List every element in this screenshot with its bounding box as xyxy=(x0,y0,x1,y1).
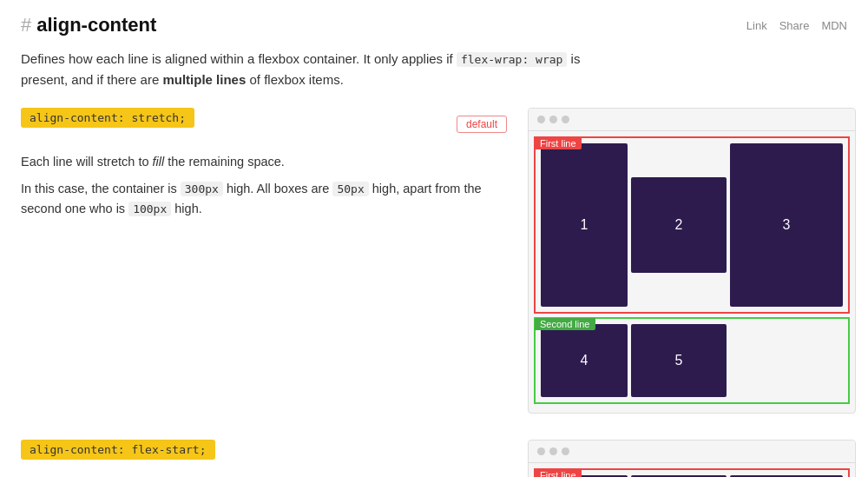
dot-2 xyxy=(549,116,557,123)
demo-inner-flexstart: First line 1 2 3 xyxy=(529,463,855,477)
explanation-stretch-2: In this case, the container is 300px hig… xyxy=(21,179,507,219)
demo-box-flexstart: First line 1 2 3 xyxy=(528,440,856,477)
demo-dots-2 xyxy=(529,441,855,463)
section-stretch-left: align-content: stretch; default Each lin… xyxy=(21,108,507,227)
section-flexstart: align-content: flex-start; Each line wil… xyxy=(21,440,847,477)
dot-2-1 xyxy=(537,447,545,455)
code-second: 100px xyxy=(128,202,171,216)
expl1-before: Each line will stretch to xyxy=(21,155,153,169)
dot-3 xyxy=(562,116,569,123)
link-button[interactable]: Link xyxy=(746,19,767,32)
flex-items-line2: 4 5 xyxy=(536,319,848,402)
header-links: Link Share MDN xyxy=(746,19,847,32)
demo-dots xyxy=(529,109,855,131)
flex-item-5: 5 xyxy=(631,324,727,397)
line1-label: First line xyxy=(535,137,582,149)
section-stretch-right: First line 1 2 3 Second line 4 5 xyxy=(528,108,856,414)
default-badge: default xyxy=(457,116,507,133)
expl2-before: In this case, the container is xyxy=(21,182,181,195)
flex-item-4: 4 xyxy=(541,324,628,397)
flex-item-2: 2 xyxy=(631,177,727,273)
label-row-stretch: align-content: stretch; default xyxy=(21,108,507,140)
mdn-button[interactable]: MDN xyxy=(821,19,847,32)
flex-items-line1: 1 2 3 xyxy=(536,138,848,312)
code-boxes: 50px xyxy=(332,182,368,196)
code-height: 300px xyxy=(181,182,223,196)
flex-items-fs-line1: 1 2 3 xyxy=(536,470,848,477)
line-fs1-label: First line xyxy=(535,469,582,477)
desc-bold: multiple lines xyxy=(162,72,246,87)
section-flexstart-left: align-content: flex-start; Each line wil… xyxy=(21,440,507,477)
flex-item-1: 1 xyxy=(541,143,628,307)
page-header: # align-content Link Share MDN xyxy=(21,14,847,36)
flex-wrap-code: flex-wrap: wrap xyxy=(457,52,567,67)
explanation-stretch-1: Each line will stretch to fill the remai… xyxy=(21,152,507,172)
demo-inner-stretch: First line 1 2 3 Second line 4 5 xyxy=(529,131,855,413)
desc-text-after: of flexbox items. xyxy=(246,72,344,87)
section-flexstart-right: First line 1 2 3 xyxy=(528,440,856,477)
flex-line-fs-1: First line 1 2 3 xyxy=(534,468,850,477)
expl2-end: high. xyxy=(171,202,201,215)
desc-text-before: Defines how each line is aligned within … xyxy=(21,51,457,66)
flex-line-1: First line 1 2 3 xyxy=(534,136,850,314)
share-button[interactable]: Share xyxy=(779,19,810,32)
page-title: # align-content xyxy=(21,14,156,36)
css-label-flexstart: align-content: flex-start; xyxy=(21,440,215,460)
demo-box-stretch: First line 1 2 3 Second line 4 5 xyxy=(528,108,856,414)
flex-line-2: Second line 4 5 xyxy=(534,317,850,404)
dot-2-2 xyxy=(549,447,557,455)
title-text: align-content xyxy=(36,14,156,36)
hash-symbol: # xyxy=(21,14,31,36)
expl1-em: fill xyxy=(153,155,165,169)
css-label-stretch: align-content: stretch; xyxy=(21,108,194,128)
page-description: Defines how each line is aligned within … xyxy=(21,49,628,90)
flex-item-3: 3 xyxy=(730,143,843,307)
expl2-mid: high. All boxes are xyxy=(223,182,333,195)
dot-1 xyxy=(537,116,545,123)
line2-label: Second line xyxy=(535,318,595,330)
expl1-rest: the remaining space. xyxy=(164,155,285,169)
dot-2-3 xyxy=(562,447,569,455)
section-stretch: align-content: stretch; default Each lin… xyxy=(21,108,847,414)
